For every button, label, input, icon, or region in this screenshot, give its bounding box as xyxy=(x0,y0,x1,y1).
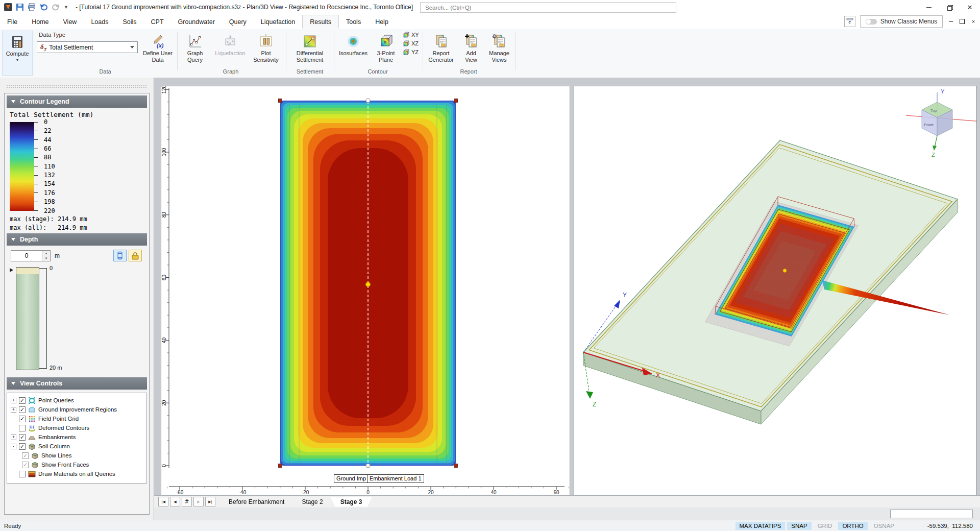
plot-sensitivity-button[interactable]: Plot Sensitivity xyxy=(250,31,282,63)
view-cube[interactable]: Top Front Z Y X xyxy=(906,88,976,158)
ortho-toggle[interactable]: ORTHO xyxy=(838,522,867,530)
tab-stage-2[interactable]: Stage 2 xyxy=(291,497,333,507)
view-3d-pane[interactable]: Y X Z Top Front Z Y X xyxy=(574,86,977,495)
redo-icon[interactable] xyxy=(52,3,60,11)
add-view-button[interactable]: Add View xyxy=(459,31,483,63)
restore-button[interactable] xyxy=(939,0,960,14)
tab-file[interactable]: File xyxy=(0,15,24,28)
mdi-close-button[interactable]: × xyxy=(970,18,977,25)
depth-input[interactable]: 0 ▲▼ xyxy=(11,250,51,261)
depth-marker-icon[interactable] xyxy=(10,268,13,272)
ribbon-pin-icon[interactable] xyxy=(844,16,855,27)
tab-query[interactable]: Query xyxy=(222,15,254,28)
tab-results[interactable]: Results xyxy=(302,15,339,29)
three-point-plane-button[interactable]: 3-Point Plane xyxy=(372,31,400,63)
graph-query-button[interactable]: Graph Query xyxy=(180,31,210,63)
depth-header[interactable]: Depth xyxy=(7,233,147,246)
tree-item-ground-improvement-regions[interactable]: +✓Ground Improvement Regions xyxy=(7,405,146,414)
point-queries-icon xyxy=(28,397,36,404)
define-user-data-button[interactable]: (x) Define User Data xyxy=(142,31,174,63)
contour-legend-header[interactable]: Contour Legend xyxy=(7,95,147,108)
tab-home[interactable]: Home xyxy=(24,15,56,28)
mdi-minimize-button[interactable] xyxy=(947,18,954,25)
print-icon[interactable] xyxy=(28,3,36,11)
tree-item-show-lines[interactable]: ✓Show Lines xyxy=(7,451,146,460)
tab-cpt[interactable]: CPT xyxy=(144,15,171,28)
expander[interactable]: - xyxy=(11,444,16,449)
app-icon[interactable] xyxy=(4,3,12,11)
expander[interactable]: + xyxy=(11,407,16,413)
snap-toggle[interactable]: SNAP xyxy=(787,522,811,530)
tree-item-draw-materials[interactable]: Draw Materials on all Queries xyxy=(7,469,146,478)
view-controls-header[interactable]: View Controls xyxy=(7,377,147,390)
report-generator-button[interactable]: Report Generator xyxy=(425,31,457,63)
group-label-data: Data xyxy=(35,68,176,75)
tab-before-embankment[interactable]: Before Embankment xyxy=(218,497,295,507)
checkbox[interactable]: ✓ xyxy=(19,443,26,450)
tree-item-point-queries[interactable]: +✓Point Queries xyxy=(7,396,146,405)
tree-item-show-front-faces[interactable]: ✓Show Front Faces xyxy=(7,460,146,469)
checkbox[interactable] xyxy=(19,425,26,431)
minimize-button[interactable] xyxy=(919,0,939,14)
title-bar: ▼ - [Tutorial 17 Ground improvement with… xyxy=(0,0,980,14)
checkbox[interactable]: ✓ xyxy=(19,434,26,441)
grid-toggle[interactable]: GRID xyxy=(814,522,837,530)
x-axis-tick-label: -40 xyxy=(239,490,247,495)
tree-item-deformed-contours[interactable]: Deformed Contours xyxy=(7,423,146,432)
checkbox[interactable] xyxy=(19,471,26,477)
tree-item-field-point-grid[interactable]: ✓Field Point Grid xyxy=(7,414,146,423)
panel-grip-handle[interactable] xyxy=(6,84,148,88)
expander[interactable]: + xyxy=(11,398,16,403)
stage-list-button[interactable]: # xyxy=(182,497,192,506)
checkbox[interactable]: ✓ xyxy=(19,406,26,413)
depth-lock-button[interactable] xyxy=(129,250,142,261)
differential-settlement-button[interactable]: Differential Settlement xyxy=(289,31,331,63)
last-stage-button[interactable]: ▶| xyxy=(205,497,215,506)
tree-item-soil-column[interactable]: -✓Soil Column xyxy=(7,442,146,451)
data-type-dropdown[interactable]: δT Total Settlement xyxy=(37,41,138,53)
soil-column-preview[interactable]: 0 20 m xyxy=(10,267,142,375)
tab-help[interactable]: Help xyxy=(368,15,396,28)
checkbox[interactable]: ✓ xyxy=(22,452,29,459)
tree-item-embankments[interactable]: +✓Embankments xyxy=(7,432,146,442)
show-classic-menus-toggle[interactable]: Show Classic Menus xyxy=(860,15,943,28)
search-input[interactable] xyxy=(420,2,676,13)
plan-view-pane[interactable]: 020406080100120-60-40-200204060 Ground I… xyxy=(161,86,570,495)
quick-access-caret-icon[interactable]: ▼ xyxy=(64,5,68,10)
compute-dropdown-caret-icon[interactable]: ▾ xyxy=(3,57,32,64)
isosurfaces-button[interactable]: Isosurfaces xyxy=(336,31,371,57)
manage-views-button[interactable]: Manage Views xyxy=(485,31,513,63)
soil-column-icon xyxy=(114,251,126,260)
compute-button[interactable]: Compute ▾ xyxy=(2,31,33,76)
undo-icon[interactable] xyxy=(39,3,48,11)
tab-groundwater[interactable]: Groundwater xyxy=(171,15,222,28)
plane-xy-button[interactable]: XY xyxy=(402,31,419,38)
close-button[interactable]: ✕ xyxy=(960,0,980,14)
expander[interactable]: + xyxy=(11,435,16,440)
tab-liquefaction[interactable]: Liquefaction xyxy=(254,15,302,28)
liquefaction-button[interactable]: Liquefaction xyxy=(213,31,247,57)
checkbox[interactable]: ✓ xyxy=(19,397,26,404)
save-icon[interactable] xyxy=(16,3,24,11)
tab-stage-3[interactable]: Stage 3 xyxy=(330,497,373,507)
osnap-toggle[interactable]: OSNAP xyxy=(870,522,898,530)
depth-soil-column-button[interactable] xyxy=(113,250,127,261)
tab-loads[interactable]: Loads xyxy=(84,15,115,28)
next-stage-button[interactable]: ▶ xyxy=(193,497,204,506)
window-title: - [Tutorial 17 Ground improvement with v… xyxy=(76,4,413,11)
checkbox[interactable]: ✓ xyxy=(22,462,29,468)
checkbox[interactable]: ✓ xyxy=(19,416,26,422)
tab-tools[interactable]: Tools xyxy=(339,15,368,28)
embankment-load-label[interactable]: Embankment Load 1 xyxy=(367,474,424,483)
plane-xz-button[interactable]: XZ xyxy=(402,40,419,47)
cube-z-label: Z xyxy=(932,152,935,158)
ground-improvement-label[interactable]: Ground Imp xyxy=(334,474,368,483)
tab-view[interactable]: View xyxy=(56,15,84,28)
plane-yz-button[interactable]: YZ xyxy=(402,49,419,56)
depth-spinner[interactable]: ▲▼ xyxy=(42,251,50,261)
max-datatips-toggle[interactable]: MAX DATATIPS xyxy=(736,522,786,530)
tab-soils[interactable]: Soils xyxy=(115,15,143,28)
prev-stage-button[interactable]: ◀ xyxy=(170,497,180,506)
first-stage-button[interactable]: |◀ xyxy=(158,497,168,506)
mdi-restore-button[interactable] xyxy=(959,18,966,25)
